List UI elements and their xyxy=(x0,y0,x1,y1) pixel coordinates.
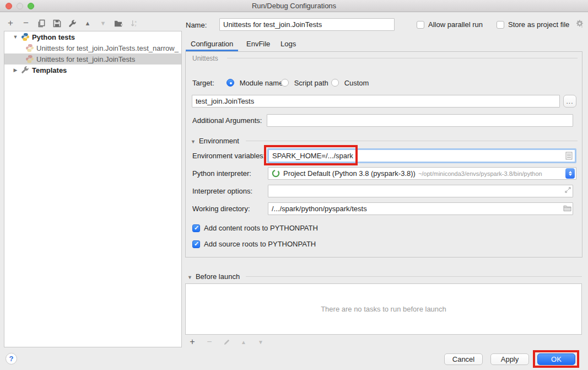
unittests-group-divider xyxy=(227,58,578,58)
add-task-button[interactable]: + xyxy=(187,337,197,347)
radio-unselected[interactable] xyxy=(281,79,289,87)
svg-text:z: z xyxy=(134,24,136,27)
python-interpreter-select[interactable]: Project Default (Python 3.8 (pyspark-3.8… xyxy=(268,167,576,180)
zoom-window-button[interactable] xyxy=(28,3,34,9)
allow-parallel-run-label: Allow parallel run xyxy=(428,20,483,29)
remove-configuration-button[interactable]: − xyxy=(21,18,31,28)
move-up-icon[interactable]: ▲ xyxy=(83,18,93,28)
move-task-down-icon: ▼ xyxy=(256,337,266,347)
save-configuration-icon[interactable] xyxy=(52,18,62,28)
before-launch-divider xyxy=(246,276,582,277)
python-test-config-icon xyxy=(25,44,34,52)
before-launch-label: Before launch xyxy=(196,272,240,281)
additional-arguments-input[interactable] xyxy=(267,114,573,127)
checkbox-box-checked[interactable] xyxy=(192,224,200,232)
browse-target-button[interactable]: ... xyxy=(563,95,576,108)
environment-group-header[interactable]: ▼Environment xyxy=(191,137,239,145)
allow-parallel-run-checkbox[interactable]: Allow parallel run xyxy=(417,20,483,29)
add-configuration-button[interactable]: + xyxy=(6,18,15,28)
environment-variables-label: Environment variables: xyxy=(192,152,265,160)
radio-unselected[interactable] xyxy=(331,79,339,87)
python-interpreter-label: Python interpreter: xyxy=(192,169,251,178)
expanded-chevron-icon[interactable]: ▼ xyxy=(12,34,19,40)
radio-selected[interactable] xyxy=(226,79,234,87)
new-folder-icon[interactable] xyxy=(114,18,123,28)
environment-variables-input[interactable] xyxy=(269,150,575,162)
sort-configurations-icon: az xyxy=(129,18,139,28)
tree-item-unittests-test-narrow[interactable]: Unittests for test_join.JoinTests.test_n… xyxy=(4,42,181,53)
apply-button[interactable]: Apply xyxy=(490,353,529,365)
ok-button[interactable]: OK xyxy=(537,353,575,365)
target-radio-script-path[interactable]: Script path xyxy=(281,79,328,87)
window-title: Run/Debug Configurations xyxy=(0,0,588,12)
target-option-label: Custom xyxy=(344,79,369,87)
before-launch-empty-text: There are no tasks to run before launch xyxy=(321,305,446,313)
cancel-button[interactable]: Cancel xyxy=(444,353,483,365)
expand-field-icon[interactable] xyxy=(564,186,571,195)
tab-envfile[interactable]: EnvFile xyxy=(246,40,270,48)
add-source-roots-checkbox[interactable]: Add source roots to PYTHONPATH xyxy=(192,240,316,248)
tree-item-label: Python tests xyxy=(32,33,75,41)
python-icon xyxy=(21,33,30,41)
interpreter-options-label: Interpreter options: xyxy=(192,187,252,195)
move-task-up-icon: ▲ xyxy=(239,337,249,347)
help-button[interactable]: ? xyxy=(6,353,17,364)
browse-folder-icon[interactable] xyxy=(563,205,571,213)
configurations-tree: ▼ Python tests Unittests for test_join.J… xyxy=(4,31,182,347)
remove-task-icon: − xyxy=(204,337,214,347)
conda-env-icon xyxy=(272,169,280,178)
interpreter-options-input[interactable] xyxy=(268,185,573,197)
edit-task-pencil-icon xyxy=(222,337,231,347)
checkbox-box[interactable] xyxy=(497,21,504,29)
before-launch-toolbar: + − ▲ ▼ xyxy=(187,337,266,347)
additional-arguments-label: Additional Arguments: xyxy=(192,116,262,125)
name-label: Name: xyxy=(186,21,207,29)
target-radio-module-name[interactable]: Module name xyxy=(226,79,283,87)
before-launch-task-list[interactable]: There are no tasks to run before launch xyxy=(185,283,582,335)
configurations-toolbar: + − ▲ ▼ az xyxy=(6,17,139,30)
name-input[interactable] xyxy=(219,18,395,31)
target-option-label: Script path xyxy=(294,79,328,87)
collapse-triangle-icon[interactable]: ▼ xyxy=(187,275,192,280)
collapsed-chevron-icon[interactable]: ▶ xyxy=(12,67,19,73)
checkbox-box[interactable] xyxy=(417,21,424,29)
target-value-input[interactable] xyxy=(192,95,560,108)
close-window-button[interactable] xyxy=(6,3,12,9)
environment-group-divider xyxy=(246,141,578,141)
environment-group-label: Environment xyxy=(199,137,239,145)
tab-configuration[interactable]: Configuration xyxy=(191,40,233,48)
svg-text:a: a xyxy=(134,20,137,23)
checkbox-box-checked[interactable] xyxy=(192,240,200,248)
tree-item-templates[interactable]: ▶ Templates xyxy=(4,65,181,76)
target-radio-custom[interactable]: Custom xyxy=(331,79,369,87)
tree-item-unittests-jointests-selected[interactable]: Unittests for test_join.JoinTests xyxy=(4,53,181,65)
move-down-icon: ▼ xyxy=(98,18,108,28)
collapse-triangle-icon[interactable]: ▼ xyxy=(191,139,196,144)
tree-item-python-tests[interactable]: ▼ Python tests xyxy=(4,31,181,42)
copy-configuration-icon[interactable] xyxy=(36,18,46,28)
minimize-window-button[interactable] xyxy=(17,3,23,9)
python-interpreter-path: ~/opt/miniconda3/envs/pyspark-3.8/bin/py… xyxy=(418,170,565,177)
store-as-project-file-label: Store as project file xyxy=(508,20,569,29)
target-label: Target: xyxy=(192,79,214,87)
content-roots-label: Add content roots to PYTHONPATH xyxy=(204,224,318,232)
tab-logs[interactable]: Logs xyxy=(280,40,296,48)
tree-item-label: Unittests for test_join.JoinTests.test_n… xyxy=(36,44,179,52)
source-roots-label: Add source roots to PYTHONPATH xyxy=(204,240,316,248)
store-options-gear-icon[interactable] xyxy=(575,19,584,30)
unittests-group-label: Unittests xyxy=(192,55,218,62)
working-directory-label: Working directory: xyxy=(192,205,250,213)
working-directory-input[interactable] xyxy=(268,202,573,215)
browse-env-variables-icon[interactable] xyxy=(565,152,573,162)
python-test-config-icon xyxy=(25,55,34,63)
templates-wrench-icon xyxy=(21,66,30,74)
dropdown-spinner-icon[interactable] xyxy=(565,168,575,179)
title-bar: Run/Debug Configurations xyxy=(0,0,588,12)
python-interpreter-value: Project Default (Python 3.8 (pyspark-3.8… xyxy=(283,169,416,178)
add-content-roots-checkbox[interactable]: Add content roots to PYTHONPATH xyxy=(192,224,318,232)
edit-templates-wrench-icon[interactable] xyxy=(67,18,77,28)
before-launch-header[interactable]: ▼Before launch xyxy=(187,272,240,281)
store-as-project-file-checkbox[interactable]: Store as project file xyxy=(497,20,569,29)
tree-item-label: Templates xyxy=(32,66,67,74)
target-option-label: Module name xyxy=(240,79,283,87)
